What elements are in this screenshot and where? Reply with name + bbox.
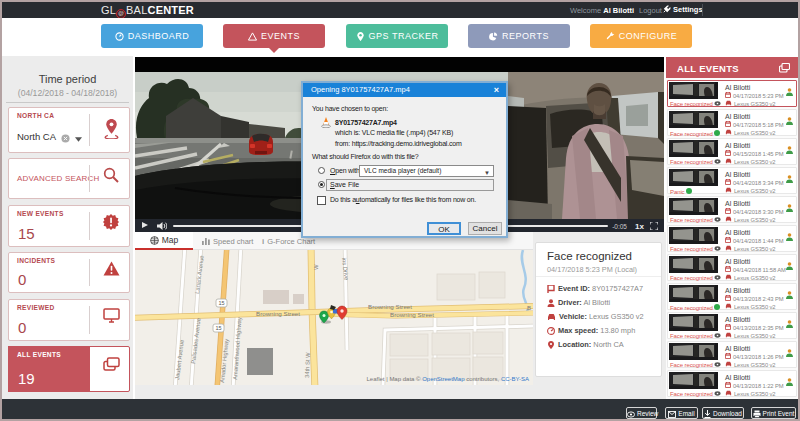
svg-text:Leaflet | Map data © OpenStree: Leaflet | Map data © OpenStreetMap contr…	[366, 376, 529, 382]
svg-text:W: W	[313, 264, 319, 270]
svg-text:Browning Street: Browning Street	[390, 311, 434, 318]
svg-text:Browning Street: Browning Street	[368, 303, 412, 310]
svg-text:15: 15	[218, 300, 224, 306]
svg-text:Browning Street: Browning Street	[256, 310, 300, 317]
svg-text:15: 15	[215, 325, 221, 331]
svg-text:B: B	[527, 304, 531, 311]
svg-text:34th St W: 34th St W	[304, 352, 311, 378]
